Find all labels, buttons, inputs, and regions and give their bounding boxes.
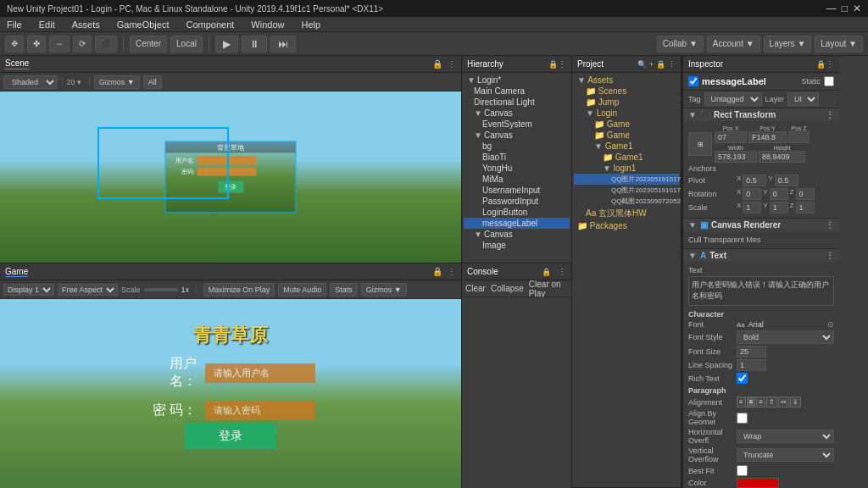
p-game1-exp[interactable]: ▼ Game1 — [574, 141, 679, 152]
game-tab[interactable]: Game — [5, 267, 28, 277]
posx-field[interactable] — [715, 131, 747, 143]
p-assets[interactable]: ▼ Assets — [574, 75, 679, 86]
h-loginbutton[interactable]: LoginButton — [464, 207, 570, 218]
scene-lock-icon[interactable]: 🔒 — [432, 59, 442, 69]
menu-window[interactable]: Window — [248, 19, 287, 30]
text-section-header[interactable]: ▼ A Text ⋮ — [683, 249, 839, 262]
close-btn[interactable]: ✕ — [853, 3, 861, 14]
width-field[interactable] — [715, 151, 757, 163]
rot-y-field[interactable] — [770, 188, 788, 200]
scene-more-icon[interactable]: ⋮ — [448, 59, 456, 69]
h-usernameinput[interactable]: UsernameInput — [464, 185, 570, 196]
tool-hand[interactable]: ✥ — [5, 36, 24, 53]
project-add-icon[interactable]: + — [649, 60, 654, 69]
align-right-btn[interactable]: ≡ — [756, 396, 765, 408]
maximize-on-play-btn[interactable]: Maximize On Play — [203, 283, 275, 297]
anchor-preset-icon[interactable]: ⊞ — [688, 132, 712, 156]
tool-scale[interactable]: ⟳ — [73, 36, 92, 53]
tool-rect[interactable]: ⬛ — [95, 36, 117, 53]
username-input[interactable]: 请输入用户名 — [205, 363, 315, 383]
pivot-y-field[interactable] — [775, 175, 798, 186]
project-search-icon[interactable]: 🔍 — [637, 60, 647, 69]
project-lock-icon[interactable]: 🔒 — [656, 60, 665, 69]
color-picker[interactable] — [737, 478, 779, 488]
h-passwordinput[interactable]: PasswordInput — [464, 196, 570, 207]
font-picker-btn[interactable]: ⊙ — [827, 320, 834, 329]
align-center-btn[interactable]: ≡ — [747, 396, 756, 408]
p-font[interactable]: Aa 玄汉黑体HW — [574, 207, 679, 220]
align-mid-btn[interactable]: ⇔ — [778, 396, 789, 408]
h-login[interactable]: ▼Login* — [464, 75, 570, 86]
v-overflow-dropdown[interactable]: Truncate — [737, 448, 834, 462]
pivot-local-btn[interactable]: Local — [170, 36, 203, 53]
console-clear-btn[interactable]: Clear — [465, 284, 486, 293]
inspector-static-checkbox[interactable] — [824, 76, 834, 86]
hierarchy-tab[interactable]: Hierarchy — [467, 59, 504, 69]
text-section-more[interactable]: ⋮ — [826, 251, 834, 260]
inspector-active-checkbox[interactable] — [688, 76, 698, 86]
p-qq3[interactable]: QQ截图20230907205204 — [574, 196, 679, 207]
scale-x-field[interactable] — [743, 202, 761, 214]
h-canvas2[interactable]: ▼Canvas — [464, 130, 570, 141]
stats-btn[interactable]: Stats — [330, 283, 358, 297]
scale-y-field[interactable] — [770, 202, 788, 214]
rich-text-checkbox[interactable] — [737, 373, 748, 384]
console-clear-on-play-btn[interactable]: Clear on Play — [529, 280, 568, 298]
scale-z-field[interactable] — [796, 202, 815, 214]
console-tab[interactable]: Console — [467, 267, 498, 276]
game-more-icon[interactable]: ⋮ — [448, 267, 456, 276]
project-tab[interactable]: Project — [577, 59, 604, 69]
layers-btn[interactable]: Layers ▼ — [764, 36, 812, 53]
maximize-btn[interactable]: □ — [842, 3, 848, 14]
rect-transform-more[interactable]: ⋮ — [826, 110, 834, 119]
p-qq2[interactable]: QQ图片20230519101719 — [574, 185, 679, 196]
rect-transform-header[interactable]: ▼ ⬛ Rect Transform ⋮ — [683, 108, 839, 121]
p-login[interactable]: ▼ Login — [574, 108, 679, 119]
menu-help[interactable]: Help — [298, 19, 324, 30]
game-login-btn[interactable]: 登录 — [185, 424, 276, 449]
game-gizmos-btn[interactable]: Gizmos ▼ — [361, 283, 407, 297]
h-yonghu[interactable]: YongHu — [464, 163, 570, 174]
scene-view[interactable]: 背景草地 用户名: 密码: 登录 — [0, 92, 461, 263]
h-mima[interactable]: MiMa — [464, 174, 570, 185]
password-input[interactable]: 请输入密码 — [205, 401, 315, 420]
h-dir-light[interactable]: Directional Light — [464, 97, 570, 108]
preview-login-btn[interactable]: 登录 — [218, 181, 243, 193]
posz-field[interactable] — [788, 131, 810, 143]
h-biaoti[interactable]: BiaoTi — [464, 152, 570, 163]
scene-all-btn[interactable]: All — [143, 75, 162, 89]
menu-component[interactable]: Component — [182, 19, 237, 30]
shading-dropdown[interactable]: Shaded — [3, 75, 58, 89]
preview-username-input[interactable] — [198, 157, 257, 165]
rot-z-field[interactable] — [796, 188, 815, 200]
layer-dropdown[interactable]: UI — [787, 92, 819, 106]
menu-gameobject[interactable]: GameObject — [114, 19, 173, 30]
h-main-camera[interactable]: Main Camera — [464, 86, 570, 97]
scale-slider[interactable] — [144, 288, 178, 291]
align-by-geom-checkbox[interactable] — [737, 413, 748, 424]
line-spacing-field[interactable] — [737, 359, 766, 371]
hierarchy-more-icon[interactable]: ⋮ — [558, 59, 566, 69]
pivot-center-btn[interactable]: Center — [130, 36, 167, 53]
p-jump[interactable]: 📁 Jump — [574, 97, 679, 108]
pause-btn[interactable]: ⏸ — [242, 36, 267, 53]
inspector-tab[interactable]: Inspector — [688, 59, 723, 69]
height-field[interactable] — [759, 151, 805, 163]
inspector-more-icon[interactable]: ⋮ — [826, 59, 834, 69]
console-more-icon[interactable]: ⋮ — [558, 267, 566, 276]
canvas-renderer-more[interactable]: ⋮ — [826, 220, 834, 230]
aspect-dropdown[interactable]: Free Aspect — [58, 284, 118, 296]
layout-btn[interactable]: Layout ▼ — [815, 36, 863, 53]
best-fit-checkbox[interactable] — [737, 465, 748, 476]
align-bot-btn[interactable]: ⇓ — [790, 396, 801, 408]
step-btn[interactable]: ⏭ — [270, 36, 296, 53]
p-game1[interactable]: 📁 Game — [574, 119, 679, 130]
p-login1[interactable]: ▼ login1 — [574, 163, 679, 174]
hierarchy-lock-icon[interactable]: 🔒 — [548, 60, 558, 69]
tag-dropdown[interactable]: Untagged — [704, 92, 762, 106]
preview-password-input[interactable] — [198, 168, 257, 176]
game-lock-icon[interactable]: 🔒 — [432, 267, 442, 276]
inspector-lock-icon[interactable]: 🔒 — [816, 60, 826, 69]
p-game2[interactable]: 📁 Game — [574, 130, 679, 141]
h-bg[interactable]: bg — [464, 141, 570, 152]
